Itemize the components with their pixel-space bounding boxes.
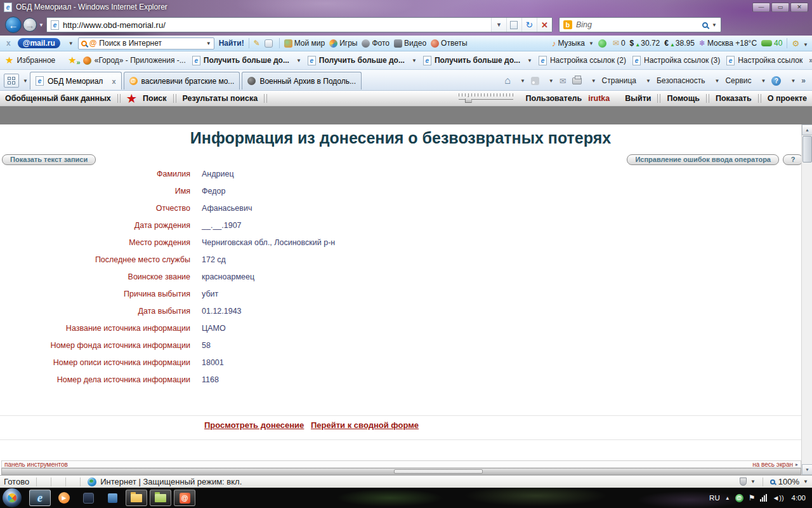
mailru-myworld-link[interactable]: Мой мир [284,39,325,48]
help-icon[interactable]: ? [771,76,781,86]
fix-operator-errors-button[interactable]: Исправление ошибок ввода оператора [627,154,779,165]
pencil-icon[interactable]: ✎ [254,39,260,48]
zoom-icon[interactable] [770,479,775,485]
commandbar-overflow-icon[interactable]: » [801,76,806,85]
favorites-link-settings3[interactable]: eНастройка ссылок (3) [632,56,720,65]
page-dropdown-icon[interactable]: ▼ [646,78,651,84]
network-icon[interactable] [760,494,767,502]
favorites-link-gorod[interactable]: «Город» - Приложения -... [83,56,186,65]
url-text[interactable]: http://www.obd-memorial.ru/ [63,20,166,30]
tab-military-archive[interactable]: Военный Архив в Подоль... [242,72,362,90]
weather-widget[interactable]: ❄Москва +18°C [699,39,757,48]
protected-mode-dropdown-icon[interactable]: ▼ [750,479,756,485]
viewer-fullscreen-label[interactable]: на весь экран [752,461,793,468]
favorites-link-settings[interactable]: eНастройка ссылок [726,56,802,65]
favorites-link-settings2[interactable]: eНастройка ссылок (2) [539,56,626,65]
favorites-overflow-icon[interactable]: » [809,56,812,65]
favorites-link-more2[interactable]: eПолучить больше до...▼ [308,56,417,65]
compatibility-view-button[interactable] [506,18,521,32]
expand-icon[interactable]: ▸ [796,462,798,467]
goto-summary-form-link[interactable]: Перейти к сводной форме [311,420,419,430]
forward-button[interactable]: → [23,18,37,32]
volume-icon[interactable]: ◄)) [772,494,783,502]
sitenav-search[interactable]: Поиск [143,94,167,103]
chat-icon[interactable] [598,39,606,48]
protected-mode-icon[interactable] [740,478,747,486]
favorites-link-more1[interactable]: eПолучить больше до...▼ [192,56,301,65]
slider-thumb[interactable] [465,97,472,103]
rss-dropdown-icon[interactable]: ▼ [549,78,554,84]
tab-obd-memorial[interactable]: e ОБД Мемориал x [30,72,122,90]
taskbar-explorer-button[interactable] [126,490,147,506]
mailru-video-link[interactable]: Видео [394,39,426,48]
show-record-text-button[interactable]: Показать текст записи [2,154,96,165]
mailru-search-text[interactable]: Поиск в Интернет [99,39,199,48]
agent-tray-icon[interactable]: @ [735,494,743,502]
scroll-up-icon[interactable]: ▲ [802,124,812,135]
search-box[interactable]: b Bing ▼ [559,17,721,32]
search-options-dropdown-icon[interactable]: ▼ [712,22,717,28]
back-button[interactable]: ← [5,17,22,33]
usd-rate[interactable]: $▲30.72 [630,39,660,48]
traffic-widget[interactable]: 40 [761,39,782,48]
tab-list-dropdown-icon[interactable]: ▼ [23,78,28,84]
taskbar-calculator-button[interactable] [102,490,123,506]
close-button[interactable]: ✕ [790,3,808,12]
quick-tabs-button[interactable] [4,74,19,88]
refresh-button[interactable]: ↻ [521,18,537,32]
home-dropdown-icon[interactable]: ▼ [520,78,525,84]
help-dropdown-icon[interactable]: ▼ [790,78,796,84]
print-dropdown-icon[interactable]: ▼ [591,78,596,84]
taskbar-app-button[interactable] [77,490,99,506]
scroll-down-icon[interactable]: ▼ [802,464,812,475]
mailru-search-combo[interactable]: @ Поиск в Интернет ▼ [78,37,214,50]
h-scroll-thumb[interactable] [394,469,483,474]
viewer-toolbar-label[interactable]: панель инструментов [4,461,68,468]
tab-vasilevichi[interactable]: @ василевичи братские мо... [124,72,240,90]
read-mail-icon[interactable]: ✉ [560,76,566,86]
page-menu[interactable]: Страница [602,76,636,85]
record-help-button[interactable]: ? [783,154,803,165]
find-button[interactable]: Найти! [219,39,244,48]
sitenav-help[interactable]: Помощь [667,94,699,103]
favorites-button[interactable]: ★Избранное [5,55,55,66]
taskbar-mediaplayer-button[interactable]: ▶ [53,490,75,506]
safety-menu[interactable]: Безопасность [657,76,705,85]
add-to-favorites-icon[interactable]: ★ [68,55,76,66]
history-dropdown-icon[interactable]: ▼ [39,22,44,28]
mailru-logo-dropdown-icon[interactable]: ▼ [69,41,74,46]
address-bar[interactable]: e http://www.obd-memorial.ru/ [47,18,491,32]
preview-icon[interactable] [265,39,273,48]
sitenav-databank[interactable]: Обобщенный банк данных [5,94,111,103]
language-indicator[interactable]: RU [709,494,720,502]
stop-button[interactable]: ✕ [537,18,552,32]
action-center-icon[interactable]: ⚑ [749,493,756,502]
mailru-search-dropdown-icon[interactable]: ▼ [206,41,211,46]
tray-expand-icon[interactable]: ▲ [725,495,730,501]
print-icon[interactable] [572,77,582,84]
v-scroll-thumb[interactable] [802,136,812,163]
home-icon[interactable]: ⌂ [504,75,511,86]
safety-dropdown-icon[interactable]: ▼ [714,78,719,84]
eur-rate[interactable]: €▲38.95 [664,39,695,48]
maximize-button[interactable]: ▭ [771,3,789,12]
start-button[interactable] [3,488,22,507]
sitenav-logout[interactable]: Выйти [625,94,651,103]
rss-icon[interactable] [531,77,539,85]
toolbar-close-icon[interactable]: x [4,39,13,48]
mailru-logo[interactable]: @mail.ru [18,38,60,48]
sitenav-search-results[interactable]: Результаты поиска [183,94,258,103]
taskbar-ie-button[interactable]: e [29,490,51,506]
minimize-button[interactable]: — [752,3,770,12]
mailru-mail-counter[interactable]: ✉0 [613,39,625,48]
zoom-slider[interactable] [459,93,513,104]
zoom-dropdown-icon[interactable]: ▼ [803,479,808,485]
search-icon[interactable] [702,22,708,28]
mailru-photo-link[interactable]: Фото [362,39,390,48]
mailru-music-link[interactable]: ♪Музыка▼ [552,39,594,48]
horizontal-scrollbar[interactable] [1,468,801,475]
taskbar-mailru-agent-button[interactable]: @ [174,490,195,506]
view-report-link[interactable]: Просмотреть донесение [204,420,304,430]
favorites-link-more3[interactable]: eПолучить больше до...▼ [423,56,532,65]
zoom-level[interactable]: 100% [778,477,799,486]
